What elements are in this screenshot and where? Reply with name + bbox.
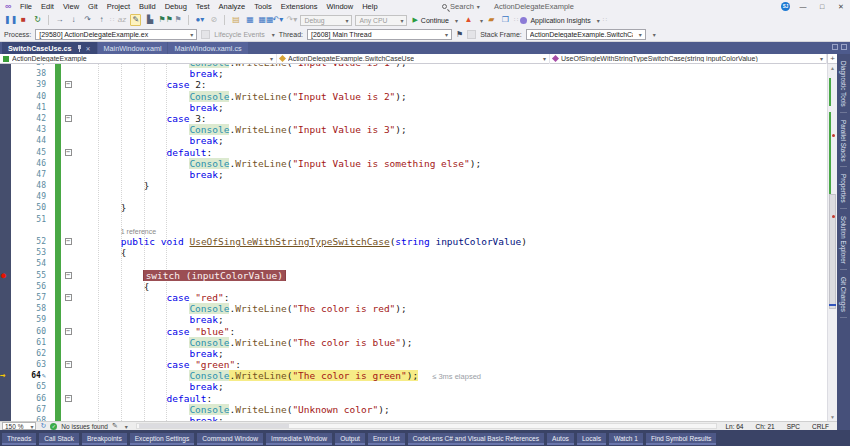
code-text[interactable]: case "green": [75, 359, 827, 370]
breakpoint-gutter[interactable] [0, 415, 11, 421]
restart-button[interactable]: ↻ [32, 14, 43, 26]
avatar[interactable]: SJ [781, 2, 790, 11]
code-text[interactable]: } [75, 180, 827, 191]
scroll-down-icon[interactable]: ▼ [828, 413, 837, 421]
new-file-button[interactable]: ▤ [230, 14, 241, 26]
breakpoint-gutter[interactable] [0, 147, 11, 158]
side-tab-git-changes[interactable]: Git Changes [840, 272, 847, 318]
code-text[interactable]: break; [75, 169, 827, 180]
bottom-tab-output[interactable]: Output [335, 433, 365, 445]
bottom-tab-exception-settings[interactable]: Exception Settings [130, 433, 195, 445]
breakpoint-gutter[interactable] [0, 303, 11, 314]
type-dropdown[interactable]: ActionDelegateExample.SwitchCaseUse ▾ [277, 54, 550, 64]
collapse-icon[interactable]: − [65, 328, 72, 335]
horizontal-scrollbar-thumb[interactable] [139, 424, 289, 428]
toolbar-overflow-icon[interactable]: ▾ [653, 31, 656, 38]
undo-button[interactable]: ↶▾ [272, 14, 283, 26]
code-text[interactable]: Console.WriteLine("Input Value is 3"); [75, 124, 827, 135]
code-text[interactable]: { [75, 281, 827, 292]
show-next-statement-button[interactable]: → [54, 14, 65, 26]
vertical-scrollbar[interactable]: ▲ ▼ [827, 64, 837, 421]
breakpoint-gutter[interactable] [0, 258, 11, 269]
code-text[interactable]: break; [75, 135, 827, 146]
code-text[interactable]: case 2: [75, 79, 827, 90]
breakpoint-gutter[interactable] [0, 180, 11, 191]
collapse-icon[interactable]: − [65, 238, 72, 245]
breakpoint-gutter[interactable] [0, 225, 11, 236]
solution-platform-select[interactable]: Any CPU ▾ [355, 15, 407, 26]
breakpoint-gutter[interactable] [0, 169, 11, 180]
bottom-tab-threads[interactable]: Threads [2, 433, 36, 445]
code-text[interactable]: break; [75, 415, 827, 421]
horizontal-scrollbar[interactable] [136, 423, 718, 429]
bookmark-button[interactable]: ⚑ [172, 14, 183, 26]
menu-file[interactable]: File [15, 2, 36, 11]
breakpoint-gutter[interactable] [0, 281, 11, 292]
collapse-icon[interactable]: − [65, 294, 72, 301]
continue-button[interactable]: ▶ Continue ▾ [410, 16, 459, 24]
redo-button[interactable]: ↷▾ [286, 14, 297, 26]
window-list-icon[interactable] [841, 44, 847, 50]
bottom-tab-codelens-c#-and-visual-basic-references[interactable]: CodeLens C# and Visual Basic References [408, 433, 544, 445]
code-text[interactable] [75, 214, 827, 225]
code-text[interactable]: { [75, 247, 827, 258]
scrollbar-thumb[interactable] [829, 194, 836, 309]
side-tab-properties[interactable]: Properties [840, 169, 847, 209]
edit-mode-icon[interactable]: ✎ [112, 422, 118, 430]
collapse-icon[interactable]: − [65, 115, 72, 122]
breakpoint-gutter[interactable] [0, 359, 11, 370]
code-text[interactable]: Console.WriteLine("Unknown color"); [75, 404, 827, 415]
threads-in-source-button[interactable]: ⚑⚑ [158, 14, 169, 26]
step-over-button[interactable]: ↷ [82, 14, 93, 26]
intellitrace-button[interactable]: ●▾ [194, 14, 205, 26]
mail-icon[interactable]: ▰ [486, 14, 497, 26]
menu-window[interactable]: Window [322, 2, 358, 11]
side-tab-diagnostic-tools[interactable]: Diagnostic Tools [840, 56, 847, 113]
breakpoint-gutter[interactable] [0, 79, 11, 90]
solution-configuration-select[interactable]: Debug ▾ [300, 15, 352, 26]
breakpoint-gutter[interactable] [0, 292, 11, 303]
breakpoint-gutter[interactable] [0, 102, 11, 113]
breakpoint-icon[interactable]: ● [1, 271, 6, 280]
code-text[interactable]: break; [75, 68, 827, 79]
text-tool-icon[interactable]: az [116, 14, 127, 26]
breakpoint-gutter[interactable] [0, 202, 11, 213]
minimize-button[interactable]: — [797, 3, 809, 10]
step-out-button[interactable]: ↑ [96, 14, 107, 26]
breakpoint-gutter[interactable] [0, 404, 11, 415]
breakpoint-gutter[interactable] [0, 91, 11, 102]
close-button[interactable]: ✕ [835, 3, 847, 11]
bottom-tab-breakpoints[interactable]: Breakpoints [82, 433, 127, 445]
menu-extensions[interactable]: Extensions [276, 2, 322, 11]
breakpoint-gutter[interactable] [0, 113, 11, 124]
flag-icon[interactable]: ⚑ [456, 30, 463, 39]
breakpoint-gutter[interactable] [0, 337, 11, 348]
breakpoint-gutter[interactable] [0, 381, 11, 392]
code-text[interactable] [75, 258, 827, 269]
menu-build[interactable]: Build [135, 2, 161, 11]
code-text[interactable]: break; [75, 102, 827, 113]
code-pane[interactable]: 37Console.WriteLine("Input Value is 1");… [0, 64, 827, 421]
menu-git[interactable]: Git [84, 2, 103, 11]
code-text[interactable]: } [75, 202, 827, 213]
gear-icon[interactable] [832, 44, 838, 50]
hot-reload-icon[interactable]: ▲ [463, 14, 474, 26]
code-text[interactable]: Console.WriteLine("The color is blue"); [75, 337, 827, 348]
spaces-indicator[interactable]: SPC [787, 423, 800, 430]
bottom-tab-find-symbol-results[interactable]: Find Symbol Results [646, 433, 716, 445]
code-text[interactable]: break; [75, 348, 827, 359]
health-status[interactable]: No issues found [61, 423, 108, 430]
stop-button[interactable]: ■ [18, 14, 29, 26]
zoom-select[interactable]: 150 % ▾ [2, 422, 36, 430]
breakpoint-gutter[interactable] [0, 236, 11, 247]
code-text[interactable]: break; [75, 314, 827, 325]
code-text[interactable]: Console.WriteLine("Input Value is 2"); [75, 91, 827, 102]
collapse-icon[interactable]: − [65, 272, 72, 279]
collapse-icon[interactable]: − [65, 395, 72, 402]
code-text[interactable]: case 3: [75, 113, 827, 124]
breakpoint-gutter[interactable] [0, 135, 11, 146]
codelens-references[interactable]: 1 reference [121, 228, 156, 235]
tab-switchcaseuse.cs[interactable]: SwitchCaseUse.cs✕ [2, 42, 97, 54]
pin-icon[interactable] [77, 45, 82, 52]
close-tab-icon[interactable]: ✕ [86, 45, 91, 52]
